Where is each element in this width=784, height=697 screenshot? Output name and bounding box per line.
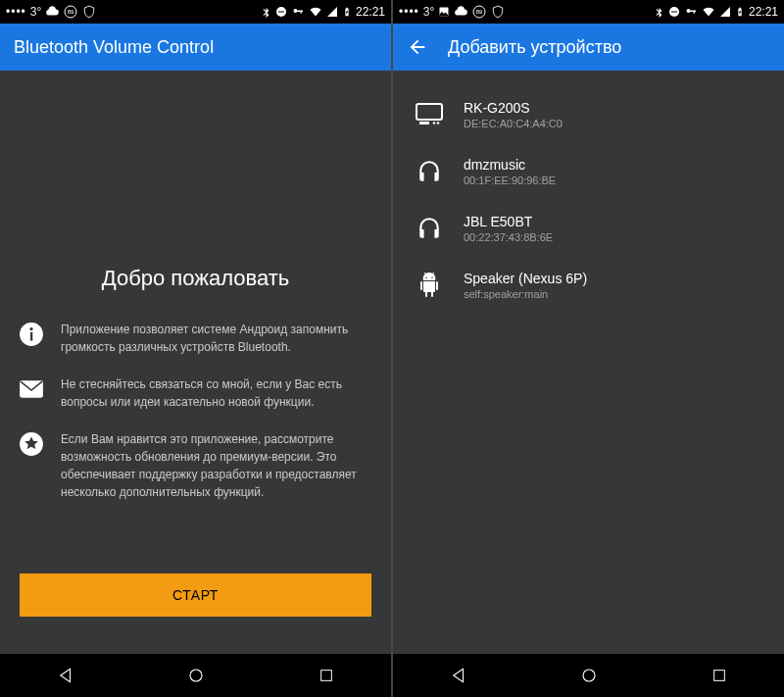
key-icon xyxy=(291,6,305,18)
nav-back-button[interactable] xyxy=(429,667,488,684)
battery-icon xyxy=(342,5,352,19)
weather-icon xyxy=(45,5,59,19)
clock: 22:21 xyxy=(356,5,385,19)
battery-icon xyxy=(735,5,745,19)
status-right: 22:21 xyxy=(260,5,385,19)
svg-text:89: 89 xyxy=(476,9,483,15)
tv-icon xyxy=(415,100,444,129)
device-name: dmzmusic xyxy=(464,157,556,173)
device-name: Speaker (Nexus 6P) xyxy=(464,271,587,286)
svg-rect-17 xyxy=(419,122,429,124)
device-name: RK-G200S xyxy=(464,100,563,116)
image-icon xyxy=(438,6,450,18)
info-row-contact: Не стесняйтесь связаться со мной, если у… xyxy=(18,375,373,411)
app-title: Добавить устройство xyxy=(448,37,621,58)
cell-icon xyxy=(719,6,731,18)
app-bar: Добавить устройство xyxy=(393,24,784,71)
battery-circle-icon: 89 xyxy=(63,4,78,20)
star-icon xyxy=(18,430,45,458)
info-row-about: Приложение позволяет системе Андроид зап… xyxy=(18,321,373,356)
status-left: •••• 3° 89 xyxy=(399,4,505,20)
device-mac: 00:1F:EE:90:96:BE xyxy=(464,174,556,186)
device-item-speaker[interactable]: Speaker (Nexus 6P) self:speaker:main xyxy=(411,259,766,316)
device-name: JBL E50BT xyxy=(464,214,553,229)
svg-point-6 xyxy=(29,326,32,329)
svg-rect-3 xyxy=(278,12,284,13)
clock: 22:21 xyxy=(749,5,778,19)
bluetooth-icon xyxy=(653,6,664,18)
dnd-icon xyxy=(668,6,680,18)
cell-icon xyxy=(326,6,338,18)
device-mac: DE:EC:A0:C4:A4:C0 xyxy=(464,118,563,129)
info-text-about: Приложение позволяет системе Андроид зап… xyxy=(61,321,373,356)
dnd-icon xyxy=(275,6,287,18)
wifi-icon xyxy=(309,6,322,18)
svg-rect-21 xyxy=(713,671,724,681)
headphones-icon xyxy=(415,157,444,186)
svg-point-19 xyxy=(437,122,440,124)
nav-recent-button[interactable] xyxy=(690,668,749,683)
nav-home-button[interactable] xyxy=(167,667,225,684)
phone-screen-devices: •••• 3° 89 22:21 Добавить устройство xyxy=(393,0,784,697)
svg-rect-10 xyxy=(320,671,331,681)
status-bar: •••• 3° 89 22:21 xyxy=(393,0,784,24)
bluetooth-icon xyxy=(260,6,271,18)
welcome-heading: Добро пожаловать xyxy=(18,266,373,291)
app-bar: Bluetooth Volume Control xyxy=(0,24,391,71)
wifi-icon xyxy=(702,6,715,18)
nav-back-button[interactable] xyxy=(36,667,95,684)
weather-icon xyxy=(454,5,467,19)
info-icon xyxy=(18,321,45,348)
phone-screen-welcome: •••• 3° 89 22:21 Bluetooth Volume Contro… xyxy=(0,0,391,697)
temperature: 3° xyxy=(423,5,434,19)
start-button[interactable]: СТАРТ xyxy=(20,573,371,617)
device-item-dmzmusic[interactable]: dmzmusic 00:1F:EE:90:96:BE xyxy=(411,145,766,202)
status-bar: •••• 3° 89 22:21 xyxy=(0,0,391,24)
info-row-premium: Если Вам нравится это приложение, рассмо… xyxy=(18,430,373,501)
nav-bar xyxy=(393,654,784,697)
status-right: 22:21 xyxy=(653,5,778,19)
device-item-rk-g200s[interactable]: RK-G200S DE:EC:A0:C4:A4:C0 xyxy=(411,88,766,145)
svg-point-18 xyxy=(433,122,436,124)
svg-rect-5 xyxy=(30,331,32,340)
device-mac: self:speaker:main xyxy=(464,288,587,300)
svg-text:89: 89 xyxy=(68,9,74,15)
device-list-area: RK-G200S DE:EC:A0:C4:A4:C0 dmzmusic 00:1… xyxy=(393,71,784,654)
battery-circle-icon: 89 xyxy=(471,4,487,20)
android-icon xyxy=(415,271,444,300)
key-icon xyxy=(684,6,698,18)
status-left: •••• 3° 89 xyxy=(6,4,96,20)
back-button[interactable] xyxy=(407,36,428,58)
nav-home-button[interactable] xyxy=(560,667,618,684)
svg-rect-16 xyxy=(416,104,442,120)
shield-icon xyxy=(82,5,96,19)
signal-dots-icon: •••• xyxy=(399,5,419,19)
headphones-icon xyxy=(415,214,444,243)
info-text-contact: Не стесняйтесь связаться со мной, если у… xyxy=(61,375,373,411)
nav-recent-button[interactable] xyxy=(297,668,356,683)
signal-dots-icon: •••• xyxy=(6,5,26,19)
info-text-premium: Если Вам нравится это приложение, рассмо… xyxy=(61,430,373,501)
nav-bar xyxy=(0,654,391,697)
temperature: 3° xyxy=(30,5,41,19)
svg-rect-15 xyxy=(671,12,677,13)
shield-icon xyxy=(491,5,505,19)
device-item-jbl[interactable]: JBL E50BT 00:22:37:43:8B:6E xyxy=(411,202,766,259)
welcome-content-area: Добро пожаловать Приложение позволяет си… xyxy=(0,71,391,654)
svg-point-9 xyxy=(190,670,202,681)
device-mac: 00:22:37:43:8B:6E xyxy=(464,231,553,243)
device-list: RK-G200S DE:EC:A0:C4:A4:C0 dmzmusic 00:1… xyxy=(411,80,766,324)
svg-point-20 xyxy=(583,670,595,681)
app-title: Bluetooth Volume Control xyxy=(14,37,214,58)
mail-icon xyxy=(18,375,45,403)
